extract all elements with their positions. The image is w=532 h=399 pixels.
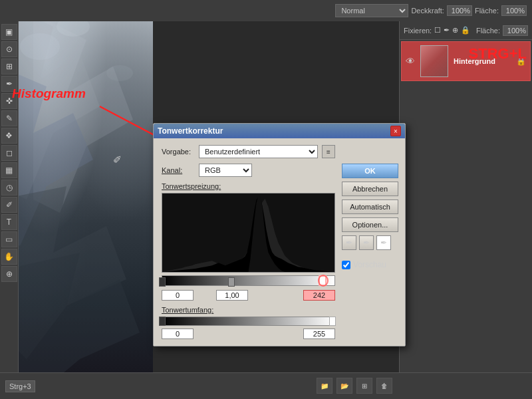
delete-button[interactable]: 🗑 xyxy=(376,378,392,394)
tool-selection[interactable]: ▣ xyxy=(1,24,17,40)
channel-row: Kanal: RGB xyxy=(162,164,335,177)
layer-panel: Normal Deckkraft: Fixieren: ☐ ✒ ⊕ 🔒 Fläc… xyxy=(399,0,532,399)
ok-button[interactable]: OK xyxy=(342,164,398,178)
output-white-input[interactable] xyxy=(303,329,335,339)
dialog-action-buttons: OK Abbrechen Automatisch Optionen... ✒ ✒… xyxy=(342,164,398,269)
tool-clone[interactable]: ❖ xyxy=(1,128,17,144)
fixieren-label: Fixieren: xyxy=(404,27,432,35)
histogram-area xyxy=(162,193,335,273)
levels-dialog: Tonwertkorrektur × Vorgabe: Benutzerdefi… xyxy=(153,123,406,346)
tool-text[interactable]: T xyxy=(1,214,17,230)
preview-checkbox[interactable] xyxy=(342,261,350,269)
lock-icon2[interactable]: ✒ xyxy=(444,26,450,35)
preview-label: Vorschau xyxy=(353,260,386,269)
layer-visibility-icon[interactable]: 👁 xyxy=(406,56,415,66)
layer-thumbnail xyxy=(420,45,448,77)
tool-eraser[interactable]: ◻ xyxy=(1,145,17,161)
tool-lasso[interactable]: ⊙ xyxy=(1,41,17,57)
lock-icon4[interactable]: 🔒 xyxy=(461,26,470,35)
black-slider-handle[interactable] xyxy=(159,277,166,287)
tool-brush[interactable]: ✎ xyxy=(1,110,17,126)
preset-menu-button[interactable]: ≡ xyxy=(322,145,335,158)
opacity-input[interactable] xyxy=(447,5,472,16)
gray-eyedropper-button[interactable]: ✒ xyxy=(359,235,374,250)
tone-spread-label: Tonwertspreizung: xyxy=(162,182,335,190)
tool-zoom[interactable]: ⊕ xyxy=(1,266,17,282)
cancel-button[interactable]: Abbrechen xyxy=(342,182,398,196)
tool-pen[interactable]: ✐ xyxy=(1,197,17,213)
white-input[interactable] xyxy=(303,290,335,301)
black-input[interactable] xyxy=(162,290,194,301)
output-black-input[interactable] xyxy=(162,329,194,339)
new-layer-button[interactable]: 📁 xyxy=(317,378,332,394)
output-white-handle[interactable] xyxy=(329,317,336,326)
annotation-histogramm: Histogramm xyxy=(12,86,86,101)
preset-label: Vorgabe: xyxy=(162,148,195,156)
fill-label2: Fläche: xyxy=(476,27,500,35)
tool-dodge[interactable]: ◷ xyxy=(1,180,17,196)
midtone-slider-handle[interactable] xyxy=(228,277,235,287)
strg-shortcut-label: STRG+L xyxy=(469,45,527,63)
auto-button[interactable]: Automatisch xyxy=(342,200,398,214)
dialog-title-text: Tonwertkorrektur xyxy=(158,126,223,136)
tool-gradient[interactable]: ▦ xyxy=(1,162,17,178)
lock-icon1[interactable]: ☐ xyxy=(434,26,441,35)
output-values-row xyxy=(162,329,335,339)
fill-label: Fläche: xyxy=(475,7,499,15)
output-slider-track xyxy=(162,317,335,326)
top-toolbar: Normal Deckkraft: Fläche: xyxy=(0,0,532,21)
channel-select[interactable]: RGB xyxy=(199,164,252,177)
layer-controls: Normal Deckkraft: Fläche: xyxy=(335,0,532,21)
dialog-title-bar: Tonwertkorrektur × xyxy=(154,124,405,138)
input-values-row xyxy=(162,290,335,301)
bottom-right-controls: 📁 📂 ⊞ 🗑 xyxy=(317,378,392,394)
svg-point-0 xyxy=(20,33,60,60)
options-button[interactable]: Optionen... xyxy=(342,217,398,232)
white-eyedropper-button[interactable]: ✒ xyxy=(376,235,391,250)
dialog-close-button[interactable]: × xyxy=(390,126,401,136)
strg-badge: Strg+3 xyxy=(5,380,35,392)
lock-icon3[interactable]: ⊕ xyxy=(452,26,458,35)
fill-input[interactable] xyxy=(501,5,527,16)
adjust-button[interactable]: ⊞ xyxy=(356,378,372,394)
preset-select[interactable]: Benutzerdefiniert xyxy=(199,145,318,158)
output-section: Tonwertumfang: xyxy=(162,306,335,339)
histogram-chart xyxy=(162,194,334,272)
folder-button[interactable]: 📂 xyxy=(336,378,352,394)
opacity-label: Deckkraft: xyxy=(411,7,444,15)
layer-panel-fix-row: Fixieren: ☐ ✒ ⊕ 🔒 Fläche: xyxy=(400,21,532,40)
side-toolbar: ▣ ⊙ ⊞ ✒ ✜ ✎ ❖ ◻ ▦ ◷ ✐ T ▭ ✋ ⊕ xyxy=(0,21,19,372)
svg-point-2 xyxy=(106,65,133,81)
white-slider-handle[interactable] xyxy=(319,275,327,286)
black-eyedropper-button[interactable]: ✒ xyxy=(342,235,356,250)
input-sliders-track xyxy=(162,275,335,286)
tool-crop[interactable]: ⊞ xyxy=(1,59,17,74)
preview-row: Vorschau xyxy=(342,260,398,269)
output-black-handle[interactable] xyxy=(159,317,166,326)
bottom-toolbar: 📁 📂 ⊞ 🗑 Strg+3 xyxy=(0,372,532,399)
channel-label: Kanal: xyxy=(162,166,195,174)
output-label: Tonwertumfang: xyxy=(162,306,335,314)
tool-hand[interactable]: ✋ xyxy=(1,249,17,265)
photo-background xyxy=(0,0,153,372)
tool-shape[interactable]: ▭ xyxy=(1,231,17,247)
blend-mode-select[interactable]: Normal xyxy=(335,4,408,17)
fill-input2[interactable] xyxy=(503,25,528,36)
midtone-input[interactable] xyxy=(216,290,248,301)
preset-row: Vorgabe: Benutzerdefiniert ≡ xyxy=(162,145,335,158)
eyedropper-buttons: ✒ ✒ ✒ xyxy=(342,235,398,250)
